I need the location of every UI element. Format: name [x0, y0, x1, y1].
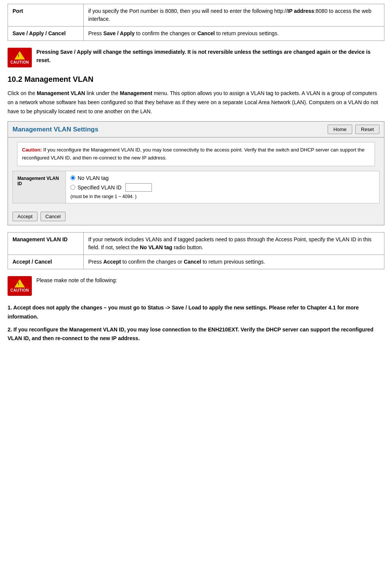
vlan-form-row: Management VLAN ID No VLAN tag Specified… [13, 171, 380, 203]
home-button[interactable]: Home [328, 125, 352, 134]
accept-cancel-label: Accept / Cancel [8, 255, 84, 269]
caution2-intro: Please make note of the following: [36, 277, 117, 283]
page-content: Port if you specify the Port number is 8… [0, 0, 392, 355]
caution-triangle [14, 51, 25, 59]
settings-caution-box: Caution: If you reconfigure the Manageme… [17, 142, 375, 166]
no-vlan-radio[interactable] [70, 175, 75, 180]
numbered-item-2: 2. If you reconfigure the Management VLA… [8, 325, 384, 344]
table-row: Management VLAN ID If your network inclu… [8, 232, 384, 255]
table-row: Port if you specify the Port number is 8… [8, 4, 384, 27]
vlan-field-label: Management VLAN ID [13, 171, 66, 203]
no-vlan-radio-row: No VLAN tag [70, 175, 375, 181]
vlan-range-note: (must be in the range 1 ~ 4094. ) [70, 194, 375, 199]
caution-label-1: CAUTION [10, 60, 29, 64]
specified-vlan-radio[interactable] [70, 185, 75, 190]
section-heading-management-vlan: 10.2 Management VLAN [8, 75, 384, 84]
port-description: if you specify the Port number is 8080, … [84, 4, 384, 27]
table-row: Accept / Cancel Press Accept to confirm … [8, 255, 384, 269]
no-vlan-label: No VLAN tag [78, 175, 109, 181]
mgmt-vlan-id-label: Management VLAN ID [8, 232, 84, 255]
specified-vlan-label: Specified VLAN ID [78, 184, 122, 191]
save-apply-cancel-description: Press Save / Apply to confirm the change… [84, 27, 384, 41]
settings-caution-text: If you reconfigure the Management VLAN I… [22, 147, 364, 161]
port-table: Port if you specify the Port number is 8… [8, 4, 384, 41]
accept-button[interactable]: Accept [12, 212, 37, 221]
settings-header: Management VLAN Settings Home Reset [8, 122, 384, 137]
caution-label-2: CAUTION [10, 288, 29, 292]
settings-form-area: Caution: If you reconfigure the Manageme… [8, 142, 384, 208]
caution-text-2: Please make note of the following: [36, 276, 384, 284]
specified-vlan-radio-row: Specified VLAN ID [70, 183, 375, 192]
accept-cancel-description: Press Accept to confirm the changes or C… [84, 255, 384, 269]
caution-block-2: CAUTION Please make note of the followin… [8, 276, 384, 296]
cancel-button[interactable]: Cancel [41, 212, 66, 221]
vlan-info-table: Management VLAN ID If your network inclu… [8, 232, 384, 269]
numbered-item-1: 1. Accept does not apply the changes – y… [8, 303, 384, 322]
caution-text-1: Pressing Save / Apply will change the se… [36, 48, 384, 65]
reset-button[interactable]: Reset [355, 125, 380, 134]
settings-title: Management VLAN Settings [12, 126, 98, 133]
save-apply-cancel-label: Save / Apply / Cancel [8, 27, 84, 41]
port-label: Port [8, 4, 84, 27]
settings-caution-label: Caution: [22, 147, 42, 153]
settings-header-buttons: Home Reset [328, 125, 380, 134]
vlan-field-value: No VLAN tag Specified VLAN ID (must be i… [66, 171, 380, 203]
vlan-id-input[interactable] [125, 183, 152, 192]
table-row: Save / Apply / Cancel Press Save / Apply… [8, 27, 384, 41]
caution-triangle-2 [14, 279, 25, 287]
mgmt-vlan-id-description: If your network includes VLANs and if ta… [84, 232, 384, 255]
management-vlan-settings-box: Management VLAN Settings Home Reset Caut… [8, 121, 384, 225]
caution-block-1: CAUTION Pressing Save / Apply will chang… [8, 48, 384, 67]
body-paragraph: Click on the Management VLAN link under … [8, 89, 384, 116]
caution-icon-2: CAUTION [8, 276, 32, 296]
action-buttons-row: Accept Cancel [8, 208, 384, 225]
numbered-list: 1. Accept does not apply the changes – y… [8, 303, 384, 343]
caution-icon-1: CAUTION [8, 48, 32, 67]
vlan-form-table: Management VLAN ID No VLAN tag Specified… [12, 171, 380, 203]
